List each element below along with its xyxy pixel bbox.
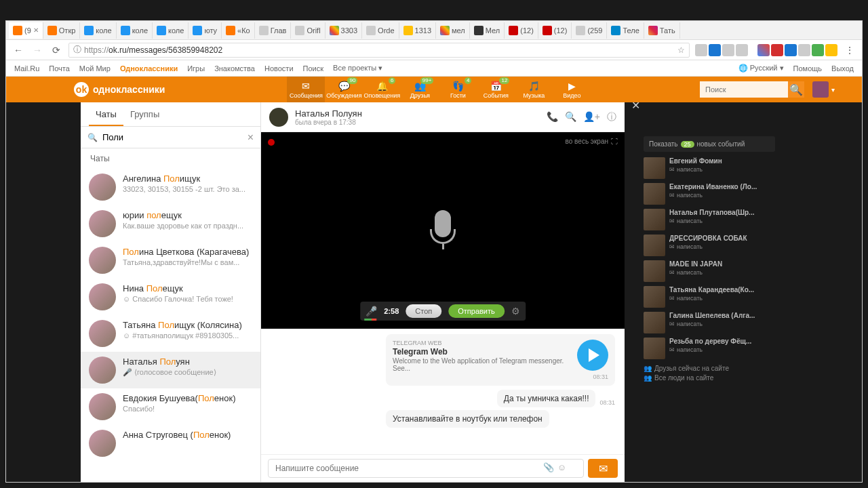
friend-write-link[interactable]: написать	[669, 218, 775, 224]
mailru-link[interactable]: Все проекты ▾	[333, 64, 382, 73]
mailru-lang[interactable]: 🌐 Русский ▾	[738, 64, 784, 73]
browser-tab[interactable]: коле	[153, 22, 189, 39]
reload-button[interactable]: ⟳	[50, 43, 63, 57]
extension-icon[interactable]	[785, 44, 797, 56]
ok-nav-item[interactable]: 👥Друзья99+	[401, 77, 439, 102]
friend-item[interactable]: Екатерина Иваненко (Ло... написать	[644, 183, 775, 205]
chat-list-item[interactable]: Нина Полещук ☺ Спасибо Галочка! Тебя тож…	[81, 279, 260, 315]
extension-icon[interactable]	[812, 44, 824, 56]
info-icon[interactable]: ⓘ	[607, 111, 616, 123]
user-menu-chevron-icon[interactable]: ▾	[831, 86, 835, 94]
browser-tab[interactable]: коле	[117, 22, 153, 39]
friend-write-link[interactable]: написать	[669, 269, 775, 276]
message-link-preview[interactable]: TELEGRAM WEB Telegram Web Welcome to the…	[386, 334, 615, 386]
mailru-link[interactable]: Новости	[264, 64, 294, 73]
tab-chats[interactable]: Чаты	[89, 102, 123, 126]
mailru-help[interactable]: Помощь	[793, 64, 823, 73]
browser-tab[interactable]: Мел	[470, 22, 505, 39]
ok-nav-item[interactable]: ▶Видео	[553, 77, 591, 102]
friend-write-link[interactable]: написать	[669, 295, 775, 302]
close-panel-icon[interactable]: ✕	[631, 102, 640, 112]
friend-item[interactable]: ДРЕССИРОВКА СОБАК написать	[644, 235, 775, 256]
mailru-link[interactable]: Mail.Ru	[14, 64, 39, 73]
clear-search-icon[interactable]: ×	[248, 131, 254, 144]
mailru-link[interactable]: Поиск	[303, 64, 323, 73]
menu-button[interactable]: ⋮	[843, 43, 856, 57]
mailru-logout[interactable]: Выход	[831, 64, 854, 73]
ok-nav-item[interactable]: 📅События12	[477, 77, 515, 102]
tab-close-icon[interactable]: ✕	[33, 26, 39, 34]
ok-nav-item[interactable]: 💬Обсуждения90	[325, 77, 363, 102]
browser-tab[interactable]: Orifl	[291, 22, 325, 39]
browser-tab[interactable]: коле	[80, 22, 116, 39]
settings-icon[interactable]: ⚙	[511, 306, 520, 317]
extension-icon[interactable]	[695, 44, 707, 56]
browser-tab[interactable]: 1313	[399, 22, 436, 39]
chat-list-item[interactable]: Евдокия Бушуева(Поленок) Спасибо!	[81, 388, 260, 425]
back-button[interactable]: ←	[12, 43, 25, 57]
chat-list-item[interactable]: Ангелина Полищук 33023, 30153, 30155 -2 …	[81, 169, 260, 205]
stop-button[interactable]: Стоп	[406, 304, 441, 318]
add-user-icon[interactable]: 👤+	[583, 111, 600, 123]
browser-tab[interactable]: Тать	[644, 22, 680, 39]
chat-search-input[interactable]	[81, 127, 260, 148]
extension-icon[interactable]	[798, 44, 810, 56]
browser-tab[interactable]: Глав	[255, 22, 292, 39]
browser-tab[interactable]: «Ко	[222, 22, 255, 39]
friend-item[interactable]: Галина Шепелева (Алга... написать	[644, 312, 775, 333]
friend-write-link[interactable]: написать	[669, 192, 775, 199]
browser-tab[interactable]: (259	[572, 22, 607, 39]
browser-tab[interactable]: (9✕	[9, 22, 43, 39]
extension-icon[interactable]	[771, 44, 783, 56]
call-icon[interactable]: 📞	[547, 111, 558, 123]
friend-item[interactable]: Евгений Фомин написать	[644, 157, 775, 179]
browser-tab[interactable]: юту	[189, 22, 222, 39]
emoji-icon[interactable]: ☺	[557, 462, 566, 472]
chat-list-item[interactable]: юрии полещук Как.ваше здоровье как от пр…	[81, 205, 260, 242]
browser-tab[interactable]: Откр	[43, 22, 81, 39]
mailru-link-ok[interactable]: Одноклассники	[120, 64, 178, 73]
chat-list[interactable]: Ангелина Полищук 33023, 30153, 30155 -2 …	[81, 169, 260, 482]
ok-logo[interactable]: ok одноклассники	[74, 82, 165, 97]
mailru-link[interactable]: Знакомства	[214, 64, 255, 73]
ok-search-input[interactable]	[700, 81, 788, 98]
extension-icon[interactable]	[709, 44, 721, 56]
friend-write-link[interactable]: написать	[669, 166, 775, 173]
search-chat-icon[interactable]: 🔍	[565, 111, 576, 123]
friend-write-link[interactable]: написать	[669, 321, 775, 327]
attach-icon[interactable]: 📎	[543, 462, 554, 472]
browser-tab[interactable]: Orde	[362, 22, 399, 39]
send-voice-button[interactable]: Отправить	[448, 304, 505, 318]
chat-list-item[interactable]: Наталья Полуян 🎤 ⟨голосовое сообщение⟩	[81, 352, 260, 388]
friend-item[interactable]: Резьба по дереву Фёщ... написать	[644, 338, 775, 359]
tab-groups[interactable]: Группы	[123, 102, 166, 126]
friend-item[interactable]: MADE IN JAPAN написать	[644, 260, 775, 282]
friend-write-link[interactable]: написать	[669, 346, 775, 353]
chat-list-item[interactable]: Татьяна Полищук (Колясина) ☺ #татьянапол…	[81, 315, 260, 352]
friends-online-link[interactable]: 👥Друзья сейчас на сайте	[644, 365, 775, 372]
ok-nav-item[interactable]: 🔔Оповещения6	[363, 77, 401, 102]
friend-item[interactable]: Татьяна Карандеева(Ко... написать	[644, 286, 775, 308]
message-list[interactable]: TELEGRAM WEB Telegram Web Welcome to the…	[261, 329, 625, 454]
mailru-link[interactable]: Игры	[187, 64, 205, 73]
browser-tab[interactable]: (12)	[538, 22, 572, 39]
browser-tab[interactable]: (12)	[505, 22, 538, 39]
ok-nav-item[interactable]: ✉Сообщения	[287, 77, 325, 102]
friend-item[interactable]: Наталья Плутапова(Шр... написать	[644, 209, 775, 230]
browser-tab[interactable]: Теле	[607, 22, 644, 39]
url-input[interactable]: ⓘ https://ok.ru/messages/563859948202 ☆	[68, 43, 690, 58]
message-input[interactable]	[268, 459, 584, 478]
extension-icon[interactable]	[722, 44, 734, 56]
ok-nav-item[interactable]: 🎵Музыка	[515, 77, 553, 102]
extension-icon[interactable]	[825, 44, 837, 56]
send-button[interactable]: ✉	[588, 459, 618, 478]
chat-avatar[interactable]	[269, 108, 288, 127]
events-notification[interactable]: Показать 25 новых событий	[644, 136, 775, 152]
ok-nav-item[interactable]: 👣Гости4	[439, 77, 477, 102]
user-avatar[interactable]	[812, 81, 829, 98]
browser-tab[interactable]: 3303	[326, 22, 362, 39]
browser-tab[interactable]: мел	[436, 22, 470, 39]
chat-list-item[interactable]: Анна Струговец (Поленок)	[81, 425, 260, 462]
mailru-link[interactable]: Мой Мир	[79, 64, 111, 73]
extension-icon[interactable]	[736, 44, 748, 56]
